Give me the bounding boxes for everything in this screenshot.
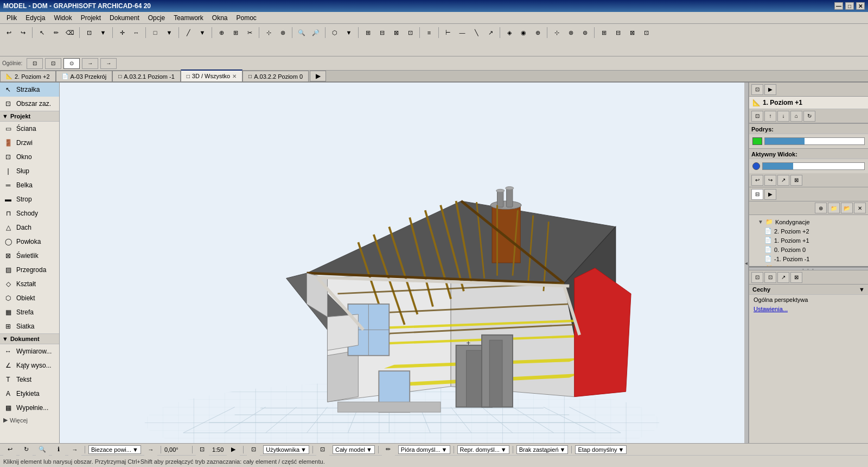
caly-model-dropdown[interactable]: Cały model ▼ <box>333 445 375 454</box>
tree-poziom-1[interactable]: 📄 -1. Poziom -1 <box>751 254 866 263</box>
dim2-btn[interactable]: — <box>456 27 469 39</box>
zoom-out-btn[interactable]: 🔎 <box>309 27 322 39</box>
menu-opcje[interactable]: Opcje <box>144 13 169 23</box>
sidebar-item-strzalka[interactable]: ↖ Strzałka <box>0 83 59 97</box>
menu-edycja[interactable]: Edycja <box>21 13 49 23</box>
aktywny-color-btn[interactable] <box>752 162 760 170</box>
pencil-btn[interactable]: ✏ <box>49 27 62 39</box>
zoom-in-btn[interactable]: 🔍 <box>295 27 308 39</box>
edit2-btn[interactable]: ◉ <box>517 27 530 39</box>
tree-poziom1[interactable]: 📄 1. Poziom +1 <box>751 236 866 245</box>
tree-poziom0[interactable]: 📄 0. Poziom 0 <box>751 245 866 254</box>
status-arrow-btn[interactable]: → <box>68 444 81 456</box>
ustawienia-link[interactable]: Ustawienia... <box>749 305 868 313</box>
snap5-btn[interactable]: ⊛ <box>578 27 591 39</box>
ogolnie-btn5[interactable]: → <box>100 58 117 69</box>
grid2-btn[interactable]: ⊟ <box>375 27 388 39</box>
view3d-btn[interactable]: ⬡ <box>328 27 341 39</box>
snap-btn[interactable]: ⊹ <box>262 27 275 39</box>
win-close-btn[interactable]: ✕ <box>856 2 865 10</box>
canvas-area[interactable]: + <box>60 83 744 443</box>
rp-refresh[interactable]: ↻ <box>803 111 815 122</box>
extra4-btn[interactable]: ⊡ <box>640 27 653 39</box>
menu-okna[interactable]: Okna <box>208 13 232 23</box>
rp-open2-btn[interactable]: 📂 <box>841 203 853 213</box>
rp-close-btn[interactable]: ⊠ <box>790 175 802 186</box>
move-btn[interactable]: ✛ <box>116 27 129 39</box>
snap3-btn[interactable]: ⊹ <box>550 27 563 39</box>
eraser-btn[interactable]: ⌫ <box>63 27 76 39</box>
win-maximize-btn[interactable]: □ <box>845 2 854 10</box>
tab-close-btn[interactable]: ✕ <box>232 73 237 79</box>
podrys-slider[interactable] <box>764 137 865 145</box>
rp-cechy-icon1[interactable]: ⊡ <box>751 272 763 283</box>
rp-prev-btn[interactable]: ↩ <box>751 175 763 186</box>
building-3d-view[interactable]: + <box>60 83 744 443</box>
redo-btn[interactable]: ↪ <box>16 27 29 39</box>
rectangle-btn[interactable]: □ <box>149 27 162 39</box>
brak-dropdown[interactable]: Brak zastąpień ▼ <box>516 445 569 454</box>
rp-list-btn[interactable]: ▶ <box>764 189 776 200</box>
sidebar-item-okno[interactable]: ⊡ Okno <box>0 150 59 164</box>
etap-dropdown[interactable]: Etap domyślny ▼ <box>575 445 627 454</box>
sidebar-item-etykieta[interactable]: A Etykieta <box>0 387 59 401</box>
rp-open-btn[interactable]: ↗ <box>777 175 789 186</box>
move2-btn[interactable]: ↔ <box>130 27 143 39</box>
rp-go-home[interactable]: ⌂ <box>790 111 802 122</box>
menu-widok[interactable]: Widok <box>49 13 76 23</box>
snap2-btn[interactable]: ⊗ <box>276 27 289 39</box>
ogolnie-btn2[interactable]: ⊡ <box>45 58 61 69</box>
dokument-section[interactable]: ▼ Dokument <box>0 333 59 344</box>
dim3-btn[interactable]: ╲ <box>470 27 483 39</box>
tree-przekroje[interactable]: ▼ 📁 Przekroje <box>751 263 866 266</box>
line-btn[interactable]: ╱ <box>182 27 195 39</box>
status-undo-btn[interactable]: ↩ <box>3 444 16 456</box>
rect-dd-btn[interactable]: ▼ <box>163 27 176 39</box>
rp-nav-btn2[interactable]: ▶ <box>764 84 776 95</box>
sidebar-item-belka[interactable]: ═ Belka <box>0 178 59 192</box>
sidebar-item-siatka[interactable]: ⊞ Siatka <box>0 319 59 333</box>
layer-btn[interactable]: ≡ <box>423 27 436 39</box>
sidebar-item-obszar[interactable]: ⊡ Obszar zaz. <box>0 97 59 111</box>
sidebar-item-dach[interactable]: △ Dach <box>0 220 59 235</box>
rp-cechy-icon2[interactable]: ⊡ <box>764 272 776 283</box>
menu-projekt[interactable]: Projekt <box>76 13 105 23</box>
ogolnie-btn4[interactable]: → <box>82 58 98 69</box>
sidebar-item-wymiarow[interactable]: ↔ Wymiarow... <box>0 344 59 358</box>
rp-cechy-icon3[interactable]: ↗ <box>777 272 789 283</box>
cechy-item-perspektywa[interactable]: Ogólna perspektywa <box>749 295 868 305</box>
rp-add-btn[interactable]: ⊕ <box>815 203 827 213</box>
rp-delete-btn[interactable]: ✕ <box>854 203 866 213</box>
rp-cechy-icon4[interactable]: ⊠ <box>790 272 802 283</box>
grid3-btn[interactable]: ⊠ <box>390 27 403 39</box>
rp-zoom-fit[interactable]: ⊡ <box>751 111 763 122</box>
status-extra-btn[interactable]: → <box>144 444 157 456</box>
menu-pomoc[interactable]: Pomoc <box>232 13 261 23</box>
menu-teamwork[interactable]: Teamwork <box>169 13 208 23</box>
tree-poziom2[interactable]: 📄 2. Poziom +2 <box>751 226 866 236</box>
podrys-color-btn[interactable] <box>752 137 762 145</box>
copy-btn[interactable]: ⊕ <box>215 27 228 39</box>
edit1-btn[interactable]: ◈ <box>503 27 516 39</box>
repr-dropdown[interactable]: Repr. domyśl... ▼ <box>457 445 509 454</box>
select-dd-btn[interactable]: ▼ <box>97 27 110 39</box>
grid-btn[interactable]: ⊞ <box>361 27 374 39</box>
projekt-section[interactable]: ▼ Projekt <box>0 111 59 122</box>
utkownika-dropdown[interactable]: Użytkownika ▼ <box>263 445 309 454</box>
sidebar-item-strefa[interactable]: ▦ Strefa <box>0 305 59 319</box>
wiecej-item[interactable]: ▶ Więcej <box>0 415 59 425</box>
cut-btn[interactable]: ✂ <box>243 27 256 39</box>
tab-poziom0[interactable]: □ A.03.2.2 Poziom 0 <box>242 71 309 81</box>
sidebar-item-strop[interactable]: ▬ Strop <box>0 192 59 206</box>
snap4-btn[interactable]: ⊗ <box>564 27 577 39</box>
scale-arrow[interactable]: ▶ <box>227 444 240 456</box>
select-btn[interactable]: ⊡ <box>82 27 95 39</box>
sidebar-item-ksztalt[interactable]: ◇ Kształt <box>0 277 59 291</box>
undo-btn[interactable]: ↩ <box>2 27 15 39</box>
sidebar-item-obiekt[interactable]: ⬡ Obiekt <box>0 291 59 305</box>
extra2-btn[interactable]: ⊟ <box>611 27 624 39</box>
paste-btn[interactable]: ⊞ <box>229 27 242 39</box>
tab-poziom2[interactable]: 📐 2. Poziom +2 <box>0 71 56 81</box>
piora-dropdown[interactable]: Pióra domyśl... ▼ <box>398 445 450 454</box>
biezace-dropdown[interactable]: Biezace powi... ▼ <box>88 445 141 454</box>
